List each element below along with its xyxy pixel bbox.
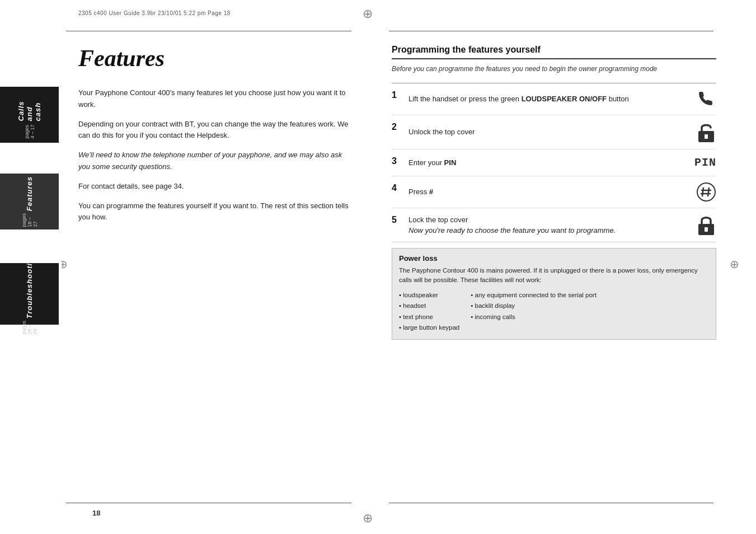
power-loss-item: headset bbox=[399, 301, 459, 312]
crosshair-top-center: ⊕ bbox=[363, 7, 373, 21]
step-4-number: 4 bbox=[392, 183, 404, 193]
tab-troubleshooting[interactable]: Troubleshooting pages 28 – 29 bbox=[0, 263, 59, 325]
hline-right-top bbox=[389, 31, 713, 31]
step-1-number: 1 bbox=[392, 90, 404, 100]
intro-p5: You can programme the features yourself … bbox=[78, 200, 353, 224]
step-4: 4 Press # bbox=[392, 176, 716, 208]
tab-troubleshooting-pages: pages 28 – 29 bbox=[21, 321, 38, 335]
intro-p2: Depending on your contract with BT, you … bbox=[78, 119, 353, 142]
tab-features-pages: pages 18 – 27 bbox=[21, 213, 38, 227]
power-loss-item: large button keypad bbox=[399, 322, 459, 334]
step-5: 5 Lock the top cover Now you're ready to… bbox=[392, 208, 716, 242]
svg-point-2 bbox=[697, 183, 715, 201]
svg-line-3 bbox=[702, 188, 703, 196]
right-content: Programming the features yourself Before… bbox=[392, 45, 716, 340]
step-1-text: Lift the handset or press the green LOUD… bbox=[408, 93, 688, 105]
tab-features-label: Features bbox=[25, 176, 34, 211]
power-loss-item: incoming calls bbox=[471, 312, 597, 323]
section-subtitle: Before you can programme the features yo… bbox=[392, 64, 716, 74]
power-loss-item: text phone bbox=[399, 312, 459, 323]
step-1: 1 Lift the handset or press the green LO… bbox=[392, 83, 716, 115]
power-loss-title: Power loss bbox=[399, 254, 709, 263]
lock-open-icon bbox=[688, 121, 716, 143]
main-content: Features Your Payphone Contour 400's man… bbox=[78, 45, 353, 231]
section-title: Programming the features yourself bbox=[392, 45, 716, 59]
tab-calls-label: Calls and cash bbox=[17, 91, 42, 121]
page-title: Features bbox=[78, 45, 353, 72]
step-2-number: 2 bbox=[392, 122, 404, 132]
power-loss-text: The Payphone Contour 400 is mains powere… bbox=[399, 266, 709, 285]
step-3: 3 Enter your PIN PIN bbox=[392, 149, 716, 176]
power-loss-item: any equipment connected to the serial po… bbox=[471, 290, 597, 301]
side-tabs: Calls and cash pages 4 – 17 Features pag… bbox=[0, 0, 62, 534]
page-number: 18 bbox=[92, 509, 100, 517]
tab-features[interactable]: Features pages 18 – 27 bbox=[0, 174, 59, 229]
step-4-text: Press # bbox=[408, 186, 688, 198]
power-loss-list-1: loudspeaker headset text phone large but… bbox=[399, 290, 459, 334]
svg-line-4 bbox=[708, 188, 709, 196]
pin-icon: PIN bbox=[688, 156, 716, 169]
power-loss-item: loudspeaker bbox=[399, 290, 459, 301]
step-3-text: Enter your PIN bbox=[408, 157, 688, 168]
tab-troubleshooting-label: Troubleshooting bbox=[25, 253, 34, 318]
power-loss-lists: loudspeaker headset text phone large but… bbox=[399, 290, 709, 334]
step-5-number: 5 bbox=[392, 215, 404, 225]
lock-closed-icon bbox=[688, 214, 716, 236]
power-loss-box: Power loss The Payphone Contour 400 is m… bbox=[392, 248, 716, 340]
hline-right-bottom bbox=[389, 503, 713, 503]
tab-calls-pages: pages 4 – 17 bbox=[24, 124, 35, 139]
hline-left-bottom bbox=[66, 503, 351, 503]
intro-p3: We'll need to know the telephone number … bbox=[78, 149, 353, 173]
step-2: 2 Unlock the top cover bbox=[392, 115, 716, 149]
hline-left-top bbox=[66, 31, 351, 31]
crosshair-right: ⊕ bbox=[730, 257, 739, 271]
hash-icon bbox=[688, 182, 716, 202]
power-loss-list-2: any equipment connected to the serial po… bbox=[471, 290, 597, 334]
steps-container: 1 Lift the handset or press the green LO… bbox=[392, 83, 716, 242]
tab-calls-and-cash[interactable]: Calls and cash pages 4 – 17 bbox=[0, 87, 59, 143]
svg-rect-1 bbox=[705, 134, 708, 139]
step-3-number: 3 bbox=[392, 156, 404, 166]
step-5-text: Lock the top cover Now you're ready to c… bbox=[408, 214, 688, 236]
intro-p4: For contact details, see page 34. bbox=[78, 181, 353, 193]
intro-p1: Your Payphone Contour 400's many feature… bbox=[78, 87, 353, 111]
crosshair-bottom-center: ⊕ bbox=[363, 511, 373, 526]
print-header: 2305 c400 User Guide 3.9br 23/10/01 5:22… bbox=[78, 10, 231, 16]
phone-icon bbox=[688, 89, 716, 109]
svg-rect-8 bbox=[705, 227, 708, 232]
step-2-text: Unlock the top cover bbox=[408, 127, 688, 138]
power-loss-item: backlit display bbox=[471, 301, 597, 312]
